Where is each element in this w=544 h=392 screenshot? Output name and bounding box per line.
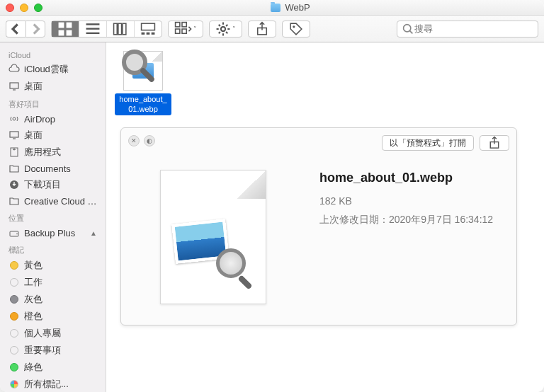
toolbar: ˅ ˅ [0,16,544,42]
window-controls [6,4,42,12]
gallery-view-button[interactable] [135,21,162,37]
sidebar-item-label: 桌面 [24,129,97,142]
column-view-button[interactable] [107,21,135,37]
sidebar-item[interactable]: 所有標記... [0,376,106,392]
document-icon [160,170,266,304]
sidebar-item[interactable]: Backup Plus▲ [0,225,106,241]
tag-dot-icon [8,311,20,322]
tags-button[interactable] [282,21,310,38]
file-item[interactable]: home_about_01.webp [115,51,171,115]
eject-icon[interactable]: ▲ [90,229,97,237]
open-with-button[interactable]: 以「預覽程式」打開 [382,135,474,151]
chevron-right-icon [26,21,45,37]
svg-rect-2 [59,30,64,35]
list-view-button[interactable] [79,21,107,37]
svg-rect-15 [182,22,186,26]
file-thumbnail [123,51,163,91]
tag-icon [288,21,304,37]
action-button[interactable]: ˅ [209,21,242,38]
svg-rect-12 [147,32,150,34]
quicklook-close-button[interactable]: ✕ [128,135,140,146]
sidebar-item[interactable]: 桌面 [0,78,106,95]
quicklook-zoom-button[interactable]: ◐ [144,135,155,146]
sidebar-item[interactable]: AirDrop [0,111,106,127]
sidebar-item[interactable]: 應用程式 [0,144,106,161]
chevron-left-icon [6,21,26,37]
gear-icon [215,21,231,37]
list-icon [85,21,101,37]
sidebar-item[interactable]: 橙色 [0,308,106,325]
svg-rect-5 [86,28,100,29]
svg-point-28 [16,234,18,235]
svg-point-20 [293,25,295,28]
quicklook-info: home_about_01.webp 182 KB 上次修改日期：2020年9月… [305,128,516,325]
sidebar-item[interactable]: 黃色 [0,257,106,274]
sidebar-item-label: 工作 [24,276,97,289]
gallery-icon [140,21,156,37]
icon-view-button[interactable] [52,21,79,37]
sidebar-heading: 標記 [0,241,106,257]
loupe-icon [120,47,158,86]
svg-rect-10 [142,23,155,30]
search-input[interactable] [414,23,533,34]
sidebar-item-label: 所有標記... [24,378,97,391]
sidebar-item-label: iCloud雲碟 [24,63,97,76]
sidebar-item-label: 個人專屬 [24,327,97,340]
arrange-icon [174,21,192,37]
sidebar-item-label: 橙色 [24,310,97,323]
sidebar-item[interactable]: 桌面 [0,127,106,144]
forward-button[interactable] [26,21,45,38]
share-button[interactable] [248,21,276,38]
sidebar-item[interactable]: 灰色 [0,291,106,308]
chevron-down-icon: ˅ [193,25,197,33]
maximize-window-button[interactable] [34,4,42,12]
sidebar-item[interactable]: 重要事項 [0,342,106,359]
search-icon [402,21,414,37]
back-button[interactable] [6,21,26,38]
tag-dot-icon [8,362,20,373]
quicklook-panel: ✕ ◐ 以「預覽程式」打開 home_about_01. [120,127,517,325]
sidebar-item[interactable]: 個人專屬 [0,325,106,342]
sidebar-item[interactable]: Documents [0,161,106,176]
tag-dot-icon [8,277,20,288]
sidebar-item[interactable]: iCloud雲碟 [0,61,106,78]
titlebar: WebP [0,0,544,16]
sidebar-item-label: 綠色 [24,361,97,374]
tag-dot-icon [8,328,20,339]
sidebar-item-label: Creative Cloud Fil... [24,196,97,207]
svg-rect-8 [118,23,122,35]
share-icon [487,136,502,150]
svg-rect-7 [114,23,118,35]
svg-rect-17 [182,29,186,33]
sidebar-item[interactable]: 工作 [0,274,106,291]
svg-point-21 [404,24,411,31]
file-area[interactable]: home_about_01.webp ✕ ◐ 以「預覽程式」打開 [106,42,544,392]
quicklook-share-button[interactable] [480,135,509,151]
chevron-down-icon: ˅ [232,25,236,33]
folder-icon [8,163,20,174]
sidebar-heading: 喜好項目 [0,95,106,111]
sidebar-item[interactable]: 綠色 [0,359,106,376]
search-field[interactable] [397,21,538,38]
svg-rect-16 [176,29,180,33]
window-title-text: WebP [285,2,310,13]
arrange-button[interactable]: ˅ [168,21,203,38]
sidebar-item[interactable]: 下載項目 [0,176,106,193]
folder-icon [271,4,280,12]
sidebar-heading: iCloud [0,47,106,61]
sidebar-item[interactable]: Creative Cloud Fil... [0,193,106,209]
sidebar-item-label: Backup Plus [24,228,86,238]
desktop-icon [8,81,20,92]
quicklook-modified: 上次修改日期：2020年9月7日 16:34:12 [319,214,502,226]
sidebar-item-label: 重要事項 [24,344,97,357]
desktop-icon [8,129,20,141]
minimize-window-button[interactable] [20,4,28,12]
sidebar-item-label: AirDrop [24,114,97,125]
disk-icon [8,227,20,238]
close-window-button[interactable] [6,4,14,12]
svg-rect-1 [67,22,72,28]
svg-rect-13 [152,32,155,34]
sidebar-item-label: 灰色 [24,293,97,306]
sidebar-item-label: 桌面 [24,80,97,93]
folder-icon [8,195,20,207]
